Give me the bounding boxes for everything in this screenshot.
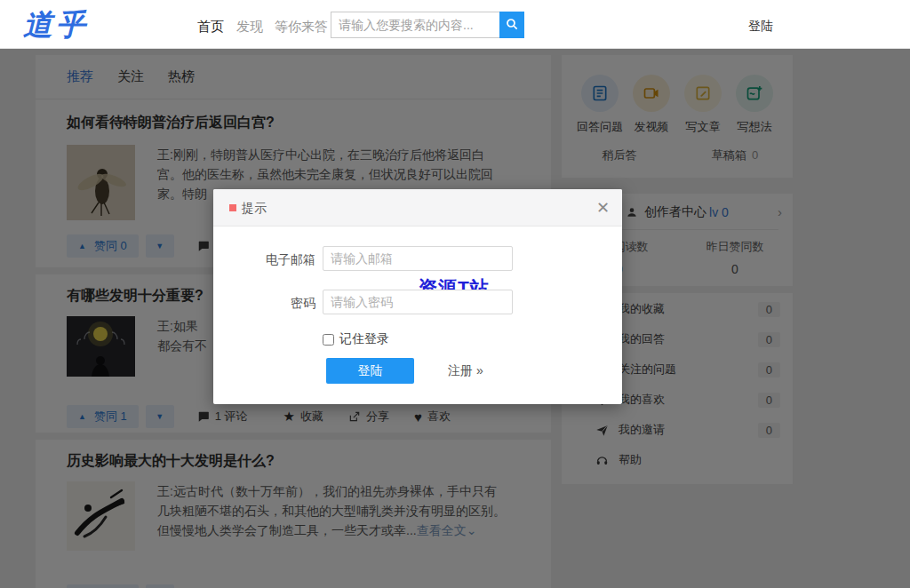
password-field[interactable] [323, 290, 513, 314]
search-input[interactable] [331, 12, 499, 38]
search-box [331, 12, 524, 38]
main-area: 推荐 关注 热榜 如何看待特朗普治疗后返回白宫? [0, 49, 910, 588]
remember-login-checkbox[interactable] [323, 334, 334, 346]
nav-item-waiting-answer[interactable]: 等你来答 [275, 19, 328, 36]
app-window: 道乎 首页 发现 等你来答 登陆 推荐 关注 热榜 如何看待特朗普治疗后返 [0, 0, 910, 588]
modal-title: 提示 [242, 189, 267, 226]
modal-header: 提示 ✕ [213, 189, 622, 226]
search-button[interactable] [499, 12, 524, 38]
login-submit-button[interactable]: 登陆 [326, 358, 414, 384]
site-logo[interactable]: 道乎 [23, 5, 89, 45]
login-modal: 提示 ✕ 电子邮箱 资源T站 密码 记住登录 登陆 注册 » [213, 189, 622, 404]
remember-login-row: 记住登录 [323, 331, 389, 347]
nav-item-discover[interactable]: 发现 [236, 19, 263, 36]
remember-login-label: 记住登录 [339, 331, 389, 347]
login-link[interactable]: 登陆 [748, 19, 773, 35]
password-label: 密码 [231, 296, 315, 312]
top-navbar: 道乎 首页 发现 等你来答 登陆 [0, 0, 910, 49]
email-label: 电子邮箱 [231, 252, 315, 268]
search-icon [505, 17, 519, 34]
email-field[interactable] [323, 246, 513, 271]
close-icon[interactable]: ✕ [596, 198, 610, 218]
alert-square-icon [229, 204, 236, 211]
nav-item-home[interactable]: 首页 [197, 19, 224, 36]
register-link[interactable]: 注册 » [448, 363, 483, 379]
